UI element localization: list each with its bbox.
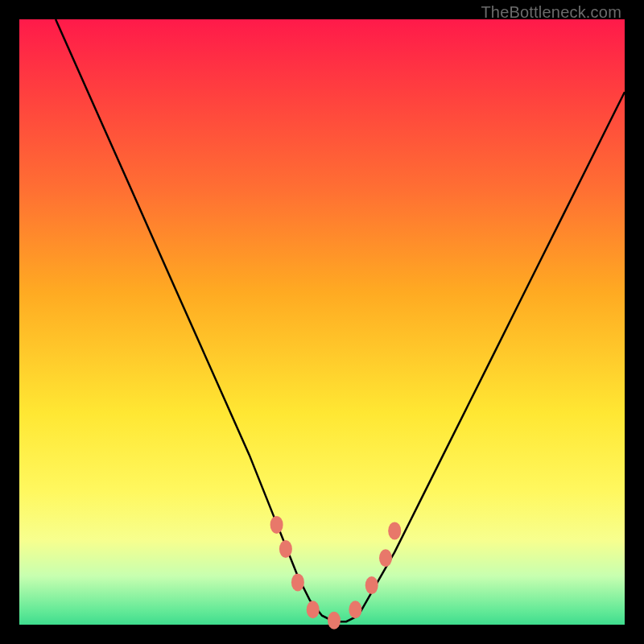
threshold-marker bbox=[307, 601, 320, 618]
threshold-marker bbox=[365, 576, 378, 594]
threshold-marker bbox=[388, 522, 401, 539]
threshold-marker bbox=[349, 601, 361, 618]
threshold-markers-group bbox=[270, 516, 402, 630]
bottleneck-curve bbox=[56, 19, 625, 621]
threshold-marker bbox=[270, 516, 283, 534]
threshold-marker bbox=[328, 612, 341, 630]
threshold-marker bbox=[279, 540, 292, 558]
plot-svg bbox=[19, 19, 625, 625]
chart-frame: TheBottleneck.com bbox=[0, 0, 644, 644]
threshold-marker bbox=[291, 573, 304, 591]
threshold-marker bbox=[379, 549, 392, 567]
watermark-text: TheBottleneck.com bbox=[481, 3, 621, 22]
plot-area bbox=[19, 19, 625, 625]
